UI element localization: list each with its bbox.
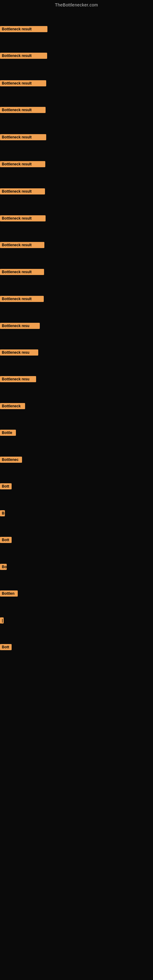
bottleneck-label-22[interactable]: Bottlen — [0, 590, 18, 597]
bottleneck-label-11[interactable]: Bottleneck result — [0, 296, 44, 302]
bottleneck-label-19[interactable]: B — [0, 510, 5, 516]
bottleneck-label-12[interactable]: Bottleneck resu — [0, 323, 40, 329]
result-row-24: Bott — [0, 644, 12, 651]
bottleneck-label-24[interactable]: Bott — [0, 644, 12, 650]
result-row-22: Bottlen — [0, 590, 18, 598]
bottleneck-label-14[interactable]: Bottleneck resu — [0, 376, 36, 382]
result-row-15: Bottleneck — [0, 403, 25, 410]
bottleneck-label-18[interactable]: Bott — [0, 483, 12, 489]
bottleneck-label-20[interactable]: Bott — [0, 537, 12, 543]
result-row-4: Bottleneck result — [0, 107, 46, 114]
result-row-19: B — [0, 510, 5, 517]
bottleneck-label-6[interactable]: Bottleneck result — [0, 161, 45, 167]
bottleneck-label-15[interactable]: Bottleneck — [0, 403, 25, 409]
result-row-8: Bottleneck result — [0, 215, 46, 223]
result-row-6: Bottleneck result — [0, 161, 45, 169]
bottleneck-label-10[interactable]: Bottleneck result — [0, 269, 44, 275]
bottleneck-label-17[interactable]: Bottlenec — [0, 457, 22, 463]
bottleneck-label-7[interactable]: Bottleneck result — [0, 188, 45, 194]
result-row-21: Bo — [0, 564, 7, 571]
bottleneck-label-8[interactable]: Bottleneck result — [0, 215, 46, 221]
result-row-1: Bottleneck result — [0, 26, 48, 33]
bottleneck-label-2[interactable]: Bottleneck result — [0, 52, 47, 59]
result-row-2: Bottleneck result — [0, 52, 47, 60]
result-row-20: Bott — [0, 537, 12, 544]
bottleneck-label-16[interactable]: Bottle — [0, 430, 16, 436]
bottleneck-label-23[interactable]: | — [0, 617, 4, 624]
result-row-9: Bottleneck result — [0, 242, 45, 249]
bottleneck-label-4[interactable]: Bottleneck result — [0, 107, 46, 113]
result-row-7: Bottleneck result — [0, 188, 45, 196]
bottleneck-label-3[interactable]: Bottleneck result — [0, 80, 46, 86]
bottleneck-label-9[interactable]: Bottleneck result — [0, 242, 45, 248]
result-row-18: Bott — [0, 483, 12, 491]
result-row-17: Bottlenec — [0, 457, 22, 464]
result-row-23: | — [0, 617, 4, 625]
result-row-10: Bottleneck result — [0, 269, 44, 276]
result-row-5: Bottleneck result — [0, 134, 46, 142]
result-row-13: Bottleneck resu — [0, 350, 38, 357]
bottleneck-label-13[interactable]: Bottleneck resu — [0, 350, 38, 356]
bottleneck-label-21[interactable]: Bo — [0, 564, 7, 570]
result-row-14: Bottleneck resu — [0, 376, 36, 383]
site-title: TheBottlenecker.com — [0, 0, 153, 9]
result-row-16: Bottle — [0, 430, 16, 437]
result-row-12: Bottleneck resu — [0, 323, 40, 330]
result-row-11: Bottleneck result — [0, 296, 44, 303]
bottleneck-label-1[interactable]: Bottleneck result — [0, 26, 48, 32]
result-row-3: Bottleneck result — [0, 80, 46, 88]
bottleneck-label-5[interactable]: Bottleneck result — [0, 134, 46, 140]
